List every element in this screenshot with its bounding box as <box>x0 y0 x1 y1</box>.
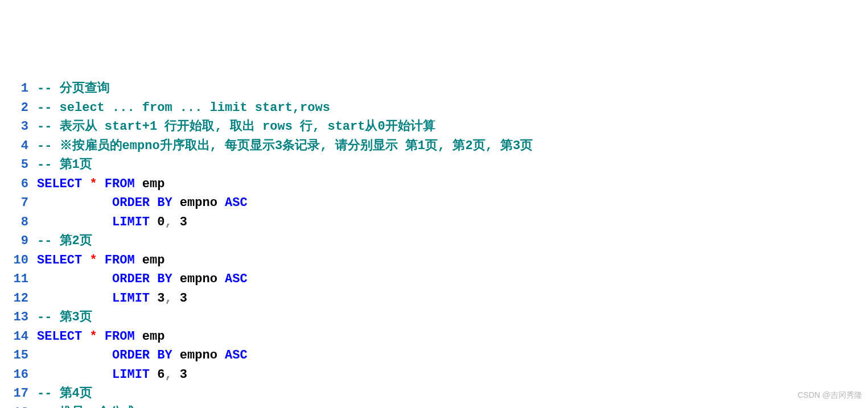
code-line: ORDER BY empno ASC <box>37 346 868 365</box>
code-line: ORDER BY empno ASC <box>37 193 868 213</box>
line-number: 15 <box>0 346 28 365</box>
comment: -- 分页查询 <box>37 81 110 96</box>
identifier: empno <box>180 272 217 286</box>
line-number: 8 <box>0 213 28 232</box>
number: 0 <box>157 215 164 229</box>
line-number: 5 <box>0 155 28 175</box>
identifier: empno <box>180 348 217 362</box>
keyword-orderby: ORDER BY <box>112 196 172 210</box>
watermark: CSDN @吉冈秀隆 <box>797 386 862 405</box>
star-operator: * <box>89 177 97 191</box>
keyword-from: FROM <box>105 329 135 344</box>
keyword-asc: ASC <box>225 196 248 210</box>
code-line: -- 推导一个公式 <box>37 403 868 409</box>
code-line: -- ※按雇员的empno升序取出, 每页显示3条记录, 请分别显示 第1页, … <box>37 137 868 156</box>
number: 3 <box>157 291 164 306</box>
code-line: -- 分页查询 <box>37 79 868 98</box>
line-number: 2 <box>0 98 28 118</box>
keyword-from: FROM <box>105 177 135 191</box>
comma: , <box>164 368 172 382</box>
line-number: 10 <box>0 251 28 270</box>
number: 6 <box>157 368 164 382</box>
code-line: SELECT * FROM emp <box>37 327 868 347</box>
keyword-select: SELECT <box>37 177 82 191</box>
identifier: empno <box>180 196 217 210</box>
number: 3 <box>180 291 187 306</box>
identifier: emp <box>142 177 165 191</box>
code-line: -- select ... from ... limit start,rows <box>37 98 868 118</box>
code-line: LIMIT 3, 3 <box>37 289 868 308</box>
line-number-gutter: 123456789101112131415161718192021 <box>0 79 37 408</box>
line-number: 12 <box>0 289 28 308</box>
keyword-asc: ASC <box>225 272 248 286</box>
star-operator: * <box>89 329 97 344</box>
line-number: 7 <box>0 193 28 213</box>
keyword-asc: ASC <box>225 348 248 362</box>
code-line: LIMIT 6, 3 <box>37 365 868 385</box>
code-line: -- 第3页 <box>37 308 868 327</box>
code-line: -- 第2页 <box>37 232 868 251</box>
comment: -- select ... from ... limit start,rows <box>37 101 330 115</box>
code-line: -- 第1页 <box>37 155 868 175</box>
keyword-limit: LIMIT <box>112 291 150 306</box>
code-line: LIMIT 0, 3 <box>37 213 868 232</box>
keyword-select: SELECT <box>37 253 82 267</box>
line-number: 1 <box>0 79 28 98</box>
number: 3 <box>180 368 187 382</box>
comment: -- 第1页 <box>37 158 92 172</box>
line-number: 11 <box>0 270 28 289</box>
code-editor: 123456789101112131415161718192021 -- 分页查… <box>0 79 868 408</box>
line-number: 4 <box>0 137 28 156</box>
comment: -- 第3页 <box>37 310 92 324</box>
code-line: SELECT * FROM emp <box>37 251 868 270</box>
identifier: emp <box>142 253 165 267</box>
line-number: 18 <box>0 403 28 409</box>
line-number: 14 <box>0 327 28 347</box>
comment: -- ※按雇员的empno升序取出, 每页显示3条记录, 请分别显示 第1页, … <box>37 139 533 153</box>
comma: , <box>164 291 172 306</box>
line-number: 13 <box>0 308 28 327</box>
line-number: 17 <box>0 384 28 403</box>
comment: -- 第4页 <box>37 386 92 401</box>
keyword-orderby: ORDER BY <box>112 272 172 286</box>
comment: -- 表示从 start+1 行开始取, 取出 rows 行, start从0开… <box>37 119 435 134</box>
keyword-from: FROM <box>105 253 135 267</box>
line-number: 16 <box>0 365 28 385</box>
comment: -- 第2页 <box>37 234 92 248</box>
identifier: emp <box>142 329 165 344</box>
keyword-limit: LIMIT <box>112 215 150 229</box>
line-number: 9 <box>0 232 28 251</box>
code-area[interactable]: -- 分页查询-- select ... from ... limit star… <box>37 79 868 408</box>
keyword-orderby: ORDER BY <box>112 348 172 362</box>
keyword-limit: LIMIT <box>112 368 150 382</box>
star-operator: * <box>89 253 97 267</box>
code-line: ORDER BY empno ASC <box>37 270 868 289</box>
line-number: 6 <box>0 175 28 194</box>
comma: , <box>164 215 172 229</box>
code-line: SELECT * FROM emp <box>37 175 868 194</box>
keyword-select: SELECT <box>37 329 82 344</box>
number: 3 <box>180 215 187 229</box>
comment: -- 推导一个公式 <box>37 406 135 409</box>
code-line: -- 表示从 start+1 行开始取, 取出 rows 行, start从0开… <box>37 117 868 137</box>
line-number: 3 <box>0 117 28 137</box>
code-line: -- 第4页 <box>37 384 868 403</box>
